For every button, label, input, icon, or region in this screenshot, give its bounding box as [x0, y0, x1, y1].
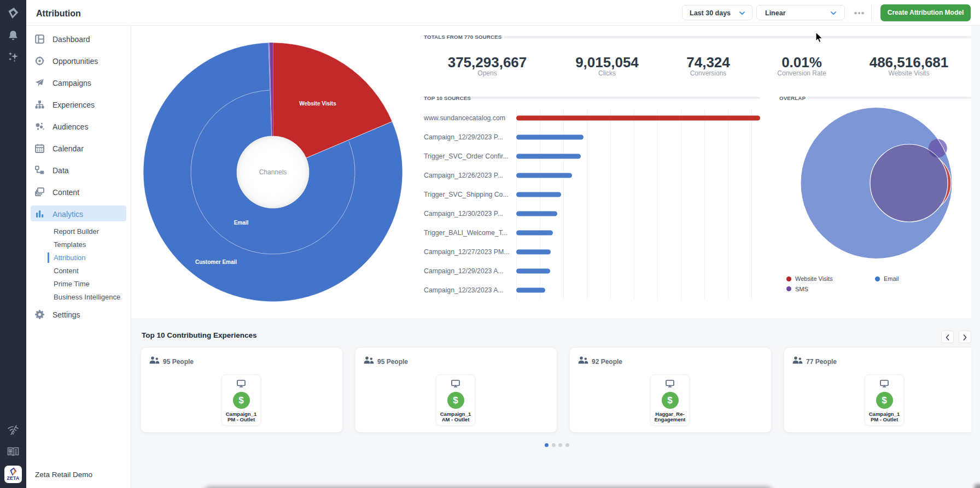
- svg-text:Website Visits: Website Visits: [299, 101, 336, 107]
- svg-text:Channels: Channels: [259, 168, 287, 176]
- svg-text:Customer Email: Customer Email: [195, 259, 237, 265]
- svg-text:Email: Email: [234, 220, 249, 226]
